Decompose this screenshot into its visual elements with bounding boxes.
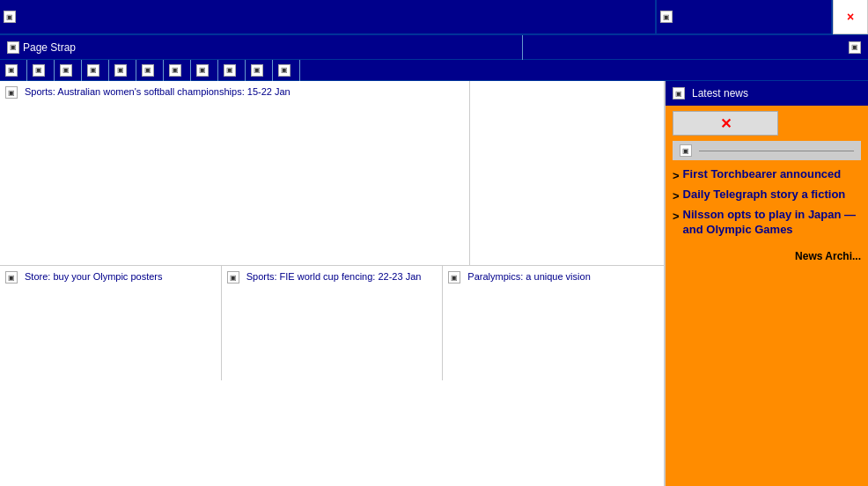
sidebar-header-icon: ▣ bbox=[673, 87, 685, 99]
nav-icon-3: ▣ bbox=[87, 64, 99, 77]
news-item-0: > First Torchbearer announced bbox=[673, 167, 861, 182]
bottom-item-2-title: Paralympics: a unique vision bbox=[467, 271, 590, 282]
nav-icon-6: ▣ bbox=[169, 64, 181, 77]
nav-icon-5: ▣ bbox=[142, 64, 154, 77]
sidebar-sep-icon: ▣ bbox=[680, 144, 692, 157]
nav-item-4[interactable]: ▣ bbox=[109, 60, 136, 81]
side-panel bbox=[470, 81, 664, 265]
bottom-item-1-title-row: ▣ Sports: FIE world cup fencing: 22-23 J… bbox=[227, 271, 438, 284]
top-mid-icon: ▣ bbox=[660, 11, 673, 23]
sidebar-header-label: Latest news bbox=[692, 87, 748, 99]
top-bar-left-panel: ▣ bbox=[0, 0, 657, 34]
news-arrow-2: > bbox=[673, 210, 680, 223]
page-strap-right: ▣ bbox=[523, 35, 868, 60]
news-item-2: > Nilsson opts to play in Japan — and Ol… bbox=[673, 208, 861, 238]
sidebar-close-box[interactable]: ✕ bbox=[673, 111, 778, 136]
nav-icon-7: ▣ bbox=[196, 64, 209, 77]
page-strap-right-icon: ▣ bbox=[849, 41, 861, 54]
nav-icon-1: ▣ bbox=[33, 64, 45, 77]
news-link-2[interactable]: Nilsson opts to play in Japan — and Olym… bbox=[683, 208, 861, 238]
content-top-row: ▣ Sports: Australian women's softball ch… bbox=[0, 81, 664, 266]
bottom-item-2-title-row: ▣ Paralympics: a unique vision bbox=[448, 271, 658, 284]
nav-icon-10: ▣ bbox=[278, 64, 291, 77]
page-strap-bar: ▣ Page Strap ▣ bbox=[0, 35, 868, 60]
nav-item-1[interactable]: ▣ bbox=[27, 60, 55, 81]
news-link-1[interactable]: Daily Telegraph story a fiction bbox=[683, 188, 846, 202]
nav-item-8[interactable]: ▣ bbox=[218, 60, 246, 81]
bottom-icon-2: ▣ bbox=[448, 271, 460, 284]
nav-item-9[interactable]: ▣ bbox=[246, 60, 273, 81]
right-sidebar: ▣ Latest news ✕ ▣ > First Torchbearer an… bbox=[666, 81, 868, 486]
bottom-item-1-title: Sports: FIE world cup fencing: 22-23 Jan bbox=[246, 271, 422, 282]
nav-icon-8: ▣ bbox=[224, 64, 236, 77]
nav-item-10[interactable]: ▣ bbox=[273, 60, 300, 81]
sidebar-separator: ▣ bbox=[673, 141, 861, 160]
main-content: ▣ Sports: Australian women's softball ch… bbox=[0, 81, 868, 486]
nav-bar: ▣ ▣ ▣ ▣ ▣ ▣ ▣ ▣ ▣ ▣ ▣ bbox=[0, 60, 868, 81]
news-arrow-1: > bbox=[673, 189, 680, 202]
nav-icon-2: ▣ bbox=[60, 64, 72, 77]
close-button[interactable]: × bbox=[833, 0, 868, 34]
news-archive[interactable]: News Archi... bbox=[666, 247, 868, 266]
bottom-item-1: ▣ Sports: FIE world cup fencing: 22-23 J… bbox=[222, 266, 444, 380]
main-article-title-row: ▣ Sports: Australian women's softball ch… bbox=[5, 86, 464, 99]
news-link-0[interactable]: First Torchbearer announced bbox=[683, 167, 842, 182]
nav-icon-9: ▣ bbox=[251, 64, 263, 77]
nav-item-7[interactable]: ▣ bbox=[191, 60, 218, 81]
sidebar-news-items: > First Torchbearer announced > Daily Te… bbox=[666, 164, 868, 247]
top-bar: ▣ ▣ × bbox=[0, 0, 868, 35]
news-item-1: > Daily Telegraph story a fiction bbox=[673, 188, 861, 202]
top-bar-mid-panel: ▣ bbox=[657, 0, 833, 34]
bottom-icon-0: ▣ bbox=[5, 271, 18, 284]
nav-icon-0: ▣ bbox=[5, 64, 18, 77]
content-area: ▣ Sports: Australian women's softball ch… bbox=[0, 81, 666, 486]
page-strap-icon: ▣ bbox=[7, 41, 19, 54]
news-arrow-0: > bbox=[673, 169, 680, 182]
page-strap-label: Page Strap bbox=[23, 41, 76, 54]
bottom-icon-1: ▣ bbox=[227, 271, 239, 284]
main-article-title: Sports: Australian women's softball cham… bbox=[25, 86, 291, 97]
sidebar-close-icon: ✕ bbox=[720, 115, 732, 132]
nav-item-6[interactable]: ▣ bbox=[164, 60, 191, 81]
main-article: ▣ Sports: Australian women's softball ch… bbox=[0, 81, 470, 265]
content-bottom-row: ▣ Store: buy your Olympic posters ▣ Spor… bbox=[0, 266, 664, 380]
nav-icon-4: ▣ bbox=[114, 64, 127, 77]
nav-item-0[interactable]: ▣ bbox=[0, 60, 27, 81]
main-article-icon: ▣ bbox=[5, 86, 18, 99]
page-strap-left: ▣ Page Strap bbox=[0, 35, 523, 60]
nav-item-5[interactable]: ▣ bbox=[136, 60, 164, 81]
bottom-item-0: ▣ Store: buy your Olympic posters bbox=[0, 266, 222, 380]
nav-item-2[interactable]: ▣ bbox=[55, 60, 82, 81]
bottom-item-2: ▣ Paralympics: a unique vision bbox=[443, 266, 664, 380]
top-left-icon: ▣ bbox=[4, 11, 16, 23]
sidebar-header: ▣ Latest news bbox=[666, 81, 868, 106]
bottom-item-0-title-row: ▣ Store: buy your Olympic posters bbox=[5, 271, 216, 284]
bottom-item-0-title: Store: buy your Olympic posters bbox=[25, 271, 163, 282]
nav-item-3[interactable]: ▣ bbox=[82, 60, 109, 81]
sidebar-sep-line bbox=[699, 151, 854, 151]
